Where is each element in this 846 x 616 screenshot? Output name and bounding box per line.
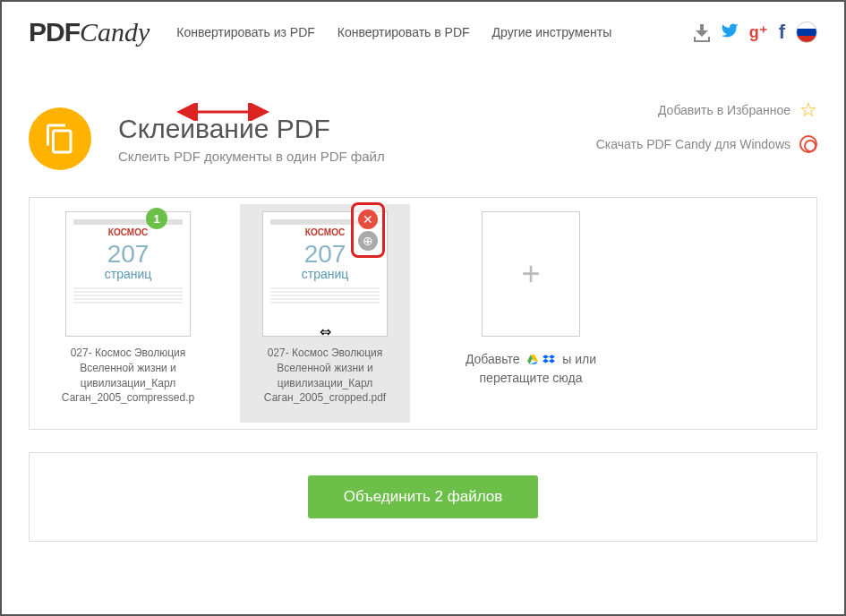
move-cursor-icon: ⇔	[320, 323, 331, 340]
files-area: КОСМОС 207 страниц 1 027- Космос Эволюци…	[29, 197, 817, 430]
action-area: Объединить 2 файлов	[29, 452, 817, 542]
facebook-icon[interactable]: f	[779, 21, 785, 44]
download-windows-link[interactable]: Скачать PDF Candy для Windows	[596, 135, 817, 153]
star-icon: ☆	[799, 98, 817, 122]
merge-files-button[interactable]: Объединить 2 файлов	[308, 475, 538, 518]
language-flag-russian[interactable]	[796, 21, 817, 43]
logo[interactable]: PDF Candy	[29, 17, 150, 47]
zoom-file-button[interactable]: ⊕	[358, 231, 378, 251]
dropzone-label: Добавьте ы или перетащите сюда	[437, 350, 625, 388]
file-thumbnail: КОСМОС 207 страниц 1	[65, 211, 191, 337]
file-item-2[interactable]: КОСМОС 207 страниц ⇔ ✕ ⊕ 027- Космос Эво…	[240, 204, 410, 423]
dropbox-icon[interactable]	[542, 354, 556, 366]
logo-pdf-text: PDF	[29, 17, 80, 47]
cloud-icons	[526, 354, 556, 366]
title-section: Склеивание PDF Склеить PDF документы в о…	[29, 63, 817, 197]
page-subtitle: Склеить PDF документы в один PDF файл	[118, 149, 385, 164]
file-name-label: 027- Космос Эволюция Вселенной жизни и ц…	[240, 346, 410, 406]
thumb-pages-label: страниц	[73, 267, 183, 281]
logo-candy-text: Candy	[80, 17, 150, 47]
delete-file-button[interactable]: ✕	[358, 210, 378, 229]
download-icon[interactable]	[694, 24, 710, 40]
google-drive-icon[interactable]	[526, 354, 540, 366]
file-item-1[interactable]: КОСМОС 207 страниц 1 027- Космос Эволюци…	[43, 211, 213, 415]
thumb-doc-title: КОСМОС	[73, 227, 183, 237]
title-text: Склеивание PDF Склеить PDF документы в о…	[118, 114, 385, 164]
header: PDF Candy Конвертировать из PDF Конверти…	[2, 2, 844, 63]
thumb-page-count: 207	[73, 242, 183, 267]
google-plus-icon[interactable]: g⁺	[749, 22, 768, 42]
nav-convert-from-pdf[interactable]: Конвертировать из PDF	[176, 25, 315, 39]
file-name-label: 027- Космос Эволюция Вселенной жизни и ц…	[43, 346, 213, 406]
side-links: Добавить в Избранное ☆ Скачать PDF Candy…	[596, 98, 817, 167]
twitter-icon[interactable]	[721, 21, 739, 44]
plus-icon: +	[521, 255, 540, 293]
nav-convert-to-pdf[interactable]: Конвертировать в PDF	[338, 25, 470, 39]
add-file-box[interactable]: +	[482, 211, 580, 337]
header-icons: g⁺ f	[694, 21, 817, 44]
download-label: Скачать PDF Candy для Windows	[596, 137, 790, 151]
file-controls-highlight: ✕ ⊕	[351, 202, 385, 258]
thumb-pages-label: страниц	[270, 267, 380, 281]
file-order-badge: 1	[146, 208, 167, 229]
nav-other-tools[interactable]: Другие инструменты	[492, 25, 612, 39]
favorites-label: Добавить в Избранное	[658, 103, 790, 117]
add-to-favorites-link[interactable]: Добавить в Избранное ☆	[596, 98, 817, 122]
nav: Конвертировать из PDF Конвертировать в P…	[176, 25, 693, 39]
spiral-icon	[799, 135, 817, 153]
merge-pdf-tool-icon	[29, 107, 91, 170]
dropzone[interactable]: + Добавьте ы или перетащите сюда	[437, 211, 625, 415]
drag-arrow-annotation	[175, 103, 273, 121]
main-content: Склеивание PDF Склеить PDF документы в о…	[2, 63, 844, 542]
